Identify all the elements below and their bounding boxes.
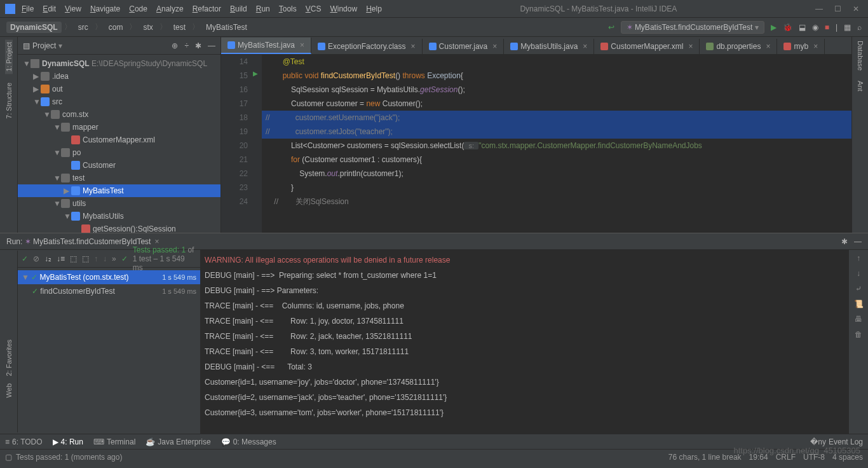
menu-refactor[interactable]: Refactor	[193, 4, 221, 13]
close-tab-icon[interactable]: ×	[411, 42, 416, 51]
menu-help[interactable]: Help	[366, 4, 382, 13]
print-icon[interactable]: 🖶	[855, 315, 862, 324]
tree-row[interactable]: Customer	[18, 159, 220, 172]
tree-row[interactable]: ▶MyBatisTest	[18, 184, 220, 197]
close-tab-icon[interactable]: ×	[300, 41, 304, 50]
project-tree[interactable]: ▼ DynamicSQL E:\IDEASpringStudy\DynamicS…	[18, 55, 220, 233]
menu-file[interactable]: File	[22, 4, 34, 13]
close-icon[interactable]: ✕	[853, 4, 859, 13]
tree-row[interactable]: CustomerMapper.xml	[18, 134, 220, 146]
up-icon[interactable]: ↑	[94, 254, 98, 263]
tree-row[interactable]: ▼po	[18, 146, 220, 159]
close-tab-icon[interactable]: ×	[492, 42, 497, 51]
project-tab[interactable]: 1: Project	[5, 39, 13, 74]
tree-row[interactable]: ▶out	[18, 83, 220, 95]
failed-filter[interactable]: ⊘	[33, 254, 39, 263]
tree-row[interactable]: ▼test	[18, 172, 220, 184]
minimize-icon[interactable]: —	[815, 4, 823, 13]
expand-icon[interactable]: ⬚	[70, 254, 77, 263]
breadcrumb-item[interactable]: test	[170, 22, 189, 33]
menu-edit[interactable]: Edit	[43, 4, 56, 13]
editor-tab[interactable]: CustomerMapper.xml×	[594, 39, 700, 54]
test-tree-row[interactable]: ▼ ✓ MyBatisTest (com.stx.test)1 s 549 ms	[18, 270, 200, 284]
clear-icon[interactable]: 🗑	[855, 330, 862, 339]
down-arrow-icon[interactable]: ↓	[857, 269, 860, 278]
minimize-icon[interactable]: —	[854, 237, 862, 246]
locate-icon[interactable]: ⊕	[172, 41, 178, 50]
editor-tab[interactable]: ExceptionFactory.class×	[311, 39, 423, 54]
event-log-tab[interactable]: �ny Event Log	[810, 437, 863, 446]
menu-build[interactable]: Build	[230, 4, 247, 13]
dropdown-icon[interactable]: ▾	[58, 41, 62, 50]
stop-button[interactable]: ■	[825, 23, 829, 32]
profile-button[interactable]: ◉	[812, 23, 818, 32]
menu-code[interactable]: Code	[129, 4, 147, 13]
close-tab-icon[interactable]: ×	[688, 42, 693, 51]
menu-run[interactable]: Run	[256, 4, 270, 13]
menu-navigate[interactable]: Navigate	[90, 4, 120, 13]
menu-vcs[interactable]: VCS	[306, 4, 322, 13]
bottom-tab[interactable]: 💬0: Messages	[221, 437, 276, 446]
bottom-tab[interactable]: ☕Java Enterprise	[146, 437, 210, 446]
settings-icon[interactable]: ✱	[841, 237, 848, 246]
menu-window[interactable]: Window	[330, 4, 357, 13]
run-config-dropdown[interactable]: ✶ MyBatisTest.findCustomerByIdTest ▾	[621, 21, 764, 34]
close-tab-icon[interactable]: ×	[154, 237, 159, 246]
bottom-tab[interactable]: ⌨Terminal	[93, 437, 135, 446]
console-output[interactable]: WARNING: All illegal access operations w…	[201, 250, 849, 434]
database-tab[interactable]: Database	[857, 41, 864, 71]
status-item[interactable]: 76 chars, 1 line break	[668, 453, 742, 462]
tree-row[interactable]: ▼src	[18, 95, 220, 108]
close-tab-icon[interactable]: ×	[583, 42, 587, 51]
editor-tab[interactable]: MyBatisTest.java×	[221, 38, 311, 54]
menu-view[interactable]: View	[65, 4, 81, 13]
project-title[interactable]: Project	[32, 41, 56, 50]
ant-tab[interactable]: Ant	[857, 81, 864, 92]
menu-analyze[interactable]: Analyze	[156, 4, 184, 13]
breadcrumb-item[interactable]: MyBatisTest	[202, 22, 251, 33]
tree-root[interactable]: ▼ DynamicSQL E:\IDEASpringStudy\DynamicS…	[18, 57, 220, 70]
breadcrumb-item[interactable]: stx	[139, 22, 156, 33]
sort2-icon[interactable]: ↓≡	[57, 254, 65, 263]
collapse-icon[interactable]: ⬚	[82, 254, 89, 263]
close-tab-icon[interactable]: ×	[813, 42, 818, 51]
project-struct-icon[interactable]: ▦	[844, 23, 851, 32]
search-icon[interactable]: ⌕	[857, 23, 862, 32]
editor-tab[interactable]: MybatisUtils.java×	[504, 39, 594, 54]
menu-tools[interactable]: Tools	[279, 4, 297, 13]
editor-tab[interactable]: myb×	[777, 39, 825, 54]
tree-row[interactable]: ▼mapper	[18, 121, 220, 134]
scroll-icon[interactable]: 📜	[854, 299, 864, 308]
tree-row[interactable]: getSession():SqlSession	[18, 223, 220, 233]
hide-icon[interactable]: —	[208, 41, 215, 50]
editor-tab[interactable]: db.properties×	[700, 39, 777, 54]
tree-row[interactable]: ▶.idea	[18, 70, 220, 83]
code-editor[interactable]: 1415161718192021222324 ▶ @Test public vo…	[221, 55, 851, 233]
breadcrumb-item[interactable]: src	[74, 22, 92, 33]
maximize-icon[interactable]: ☐	[834, 4, 841, 13]
favorites-tab[interactable]: 2: Favorites	[5, 340, 13, 376]
run-button[interactable]: ▶	[771, 23, 776, 32]
coverage-button[interactable]: ⬓	[799, 23, 806, 32]
debug-button[interactable]: 🐞	[783, 23, 792, 32]
settings-icon[interactable]: ✱	[195, 41, 201, 50]
tree-row[interactable]: ▼MybatisUtils	[18, 210, 220, 223]
editor-tab[interactable]: Customer.java×	[423, 39, 505, 54]
tree-row[interactable]: ▼com.stx	[18, 108, 220, 121]
status-icon[interactable]: ▢	[5, 453, 12, 462]
breadcrumb-item[interactable]: com	[105, 22, 127, 33]
tree-row[interactable]: ▼utils	[18, 197, 220, 210]
test-tree-row[interactable]: ✓ findCustomerByIdTest1 s 549 ms	[18, 284, 200, 298]
collapse-icon[interactable]: ÷	[184, 41, 189, 50]
passed-filter[interactable]: ✓	[22, 254, 28, 263]
sort-icon[interactable]: ↓₂	[44, 254, 51, 263]
bottom-tab[interactable]: ≡6: TODO	[5, 437, 43, 446]
breadcrumb-item[interactable]: DynamicSQL	[6, 22, 62, 33]
web-tab[interactable]: Web	[5, 383, 13, 397]
bottom-tab[interactable]: ▶4: Run	[53, 437, 83, 446]
update-button[interactable]: |	[836, 23, 837, 32]
soft-wrap-icon[interactable]: ⤶	[855, 284, 862, 293]
up-arrow-icon[interactable]: ↑	[857, 254, 860, 263]
structure-tab[interactable]: 7: Structure	[5, 80, 13, 121]
rebuild-icon[interactable]: ↩	[608, 23, 614, 32]
